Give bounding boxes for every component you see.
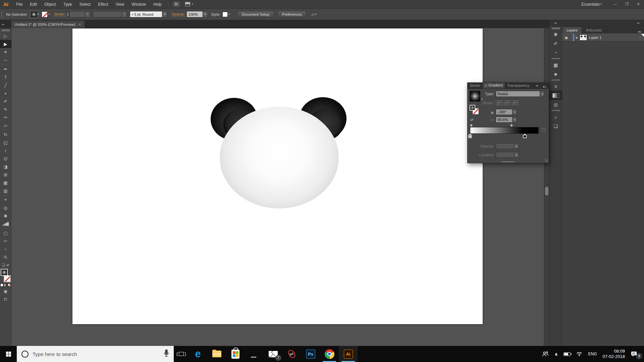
tab-stroke[interactable]: Stroke xyxy=(468,82,482,88)
panda-head[interactable] xyxy=(220,107,339,208)
people-icon[interactable] xyxy=(542,351,549,357)
brush-definition-dropdown[interactable]: • 5 pt. Round ▼ xyxy=(130,11,167,17)
gradient-panel-collapse-icon[interactable]: ▸▸ xyxy=(534,84,540,87)
free-transform-tool[interactable]: ⊡ xyxy=(0,155,11,163)
none-mode-button[interactable] xyxy=(8,284,11,287)
style-caret-icon[interactable]: ▾ xyxy=(228,13,230,16)
dock-expand-icon[interactable]: ◂◂ xyxy=(552,21,558,24)
menu-object[interactable]: Object xyxy=(41,0,60,9)
zoom-tool[interactable]: ⚲ xyxy=(0,253,11,261)
fill-color-swatch[interactable] xyxy=(31,11,37,17)
taskbar-app-my-pc[interactable] xyxy=(245,346,264,362)
selection-tool[interactable]: ▷ xyxy=(0,32,11,40)
restore-button[interactable]: ❐ xyxy=(621,1,633,8)
taskbar-app-store[interactable] xyxy=(226,346,245,362)
gradient-type-caret-icon[interactable]: ▼ xyxy=(540,91,545,97)
arrange-documents-icon[interactable] xyxy=(185,2,190,6)
opacity-panel-link[interactable]: Opacity: xyxy=(171,12,185,16)
graphic-styles-panel-icon[interactable]: ❏ xyxy=(549,121,562,130)
taskbar-app-edge[interactable]: e xyxy=(189,346,207,362)
menu-select[interactable]: Select xyxy=(76,0,94,9)
gradient-mode-button[interactable] xyxy=(4,284,7,287)
visibility-eye-icon[interactable]: ◉ xyxy=(562,36,571,40)
opacity-dropdown[interactable]: 100% ▼ xyxy=(186,11,208,17)
type-tool[interactable]: T xyxy=(0,73,11,81)
menu-edit[interactable]: Edit xyxy=(26,0,41,9)
pencil-tool[interactable]: ✎ xyxy=(0,105,11,113)
line-segment-tool[interactable]: ╱ xyxy=(0,81,11,89)
wifi-icon[interactable] xyxy=(576,352,582,356)
swap-fill-stroke-icon[interactable]: ⇄ xyxy=(6,263,9,267)
taskbar-app-chrome[interactable] xyxy=(320,346,339,362)
shape-builder-tool[interactable]: ◨ xyxy=(0,163,11,171)
menu-view[interactable]: View xyxy=(112,0,128,9)
stroke-color-swatch[interactable] xyxy=(42,11,48,17)
bridge-button[interactable]: Br xyxy=(173,2,180,7)
panel-resize-grip[interactable] xyxy=(545,159,548,162)
battery-icon[interactable] xyxy=(564,352,571,356)
strip-drag-handle[interactable] xyxy=(552,27,560,29)
stroke-panel-icon[interactable]: ≡ xyxy=(549,82,562,91)
gradient-panel-menu-icon[interactable]: ▾≡ xyxy=(540,85,549,88)
gradient-angle-caret-icon[interactable]: ▼ xyxy=(512,109,517,115)
symbol-sprayer-tool[interactable]: ✺ xyxy=(0,212,11,220)
stepper-down-icon[interactable]: ▼ xyxy=(67,14,69,16)
eraser-tool[interactable]: ▱ xyxy=(0,121,11,129)
scale-tool[interactable]: ◱ xyxy=(0,138,11,146)
gradient-midpoint-marker[interactable] xyxy=(470,124,473,127)
menu-type[interactable]: Type xyxy=(60,0,76,9)
gradient-tool[interactable]: ▥ xyxy=(0,187,11,195)
arrange-documents-caret-icon[interactable]: ▾ xyxy=(192,3,193,6)
menu-help[interactable]: Help xyxy=(150,0,165,9)
gradient-midpoint-marker[interactable] xyxy=(510,124,513,127)
eyedropper-tool[interactable]: ⌖ xyxy=(0,196,11,204)
variable-width-caret-icon[interactable]: ▼ xyxy=(122,11,127,17)
control-bar-drag-handle[interactable] xyxy=(1,11,3,18)
stop-opacity-dropdown[interactable]: ▼ xyxy=(496,143,519,149)
direct-selection-tool[interactable]: ▶ xyxy=(0,40,11,48)
menu-window[interactable]: Window xyxy=(128,0,150,9)
color-panel-icon[interactable]: ✾ xyxy=(549,30,562,39)
start-button[interactable] xyxy=(0,346,17,362)
delete-stop-icon[interactable] xyxy=(542,128,545,132)
stroke-weight-stepper[interactable]: ▲ ▼ xyxy=(67,12,69,16)
layer-name[interactable]: Layer 1 xyxy=(589,36,601,40)
stroke-within-button[interactable] xyxy=(496,100,503,105)
document-setup-button[interactable]: Document Setup xyxy=(237,11,274,18)
dock-collapse-icon[interactable]: ▸▸ xyxy=(635,21,641,24)
brush-definition-caret-icon[interactable]: ▼ xyxy=(162,11,167,17)
isolate-selection-icon[interactable]: ▱ xyxy=(311,12,315,17)
swatches-panel-icon[interactable]: ▦ xyxy=(549,60,562,69)
symbols-panel-icon[interactable]: ♣ xyxy=(549,69,562,78)
drawing-modes-button[interactable]: ▣ xyxy=(0,287,11,295)
gradient-panel-icon[interactable] xyxy=(549,91,562,100)
stroke-panel-link[interactable]: Stroke: xyxy=(54,12,65,16)
variable-width-dropdown[interactable]: ▼ xyxy=(93,11,127,17)
stroke-weight-caret-icon[interactable]: ▼ xyxy=(85,11,90,17)
lasso-tool[interactable]: ∽ xyxy=(0,56,11,64)
preferences-button[interactable]: Preferences xyxy=(277,11,307,18)
action-center-button[interactable]: 8 xyxy=(631,351,640,357)
ellipse-tool[interactable]: ● xyxy=(0,89,11,97)
fill-caret-icon[interactable]: ▾ xyxy=(38,13,39,16)
layer-row[interactable]: ◉ ▶ Layer 1 ○ xyxy=(562,34,644,42)
color-mode-button[interactable] xyxy=(0,284,3,287)
stop-location-caret-icon[interactable]: ▼ xyxy=(514,152,519,158)
stroke-weight-dropdown[interactable]: ▼ xyxy=(69,11,90,17)
rotate-tool[interactable]: ↻ xyxy=(0,130,11,138)
tab-layers[interactable]: Layers xyxy=(562,26,582,34)
extra-options-caret-icon[interactable]: ▾ xyxy=(315,13,317,16)
stroke-across-button[interactable] xyxy=(512,100,519,105)
screen-mode-button[interactable]: ⧠ xyxy=(0,295,11,303)
layer-expand-icon[interactable]: ▶ xyxy=(574,36,580,39)
brushes-panel-icon[interactable]: ✐ xyxy=(549,39,562,48)
taskbar-app-file-explorer[interactable] xyxy=(207,346,226,362)
tab-gradient[interactable]: ◇ Gradient xyxy=(482,82,505,88)
taskbar-app-photoshop[interactable]: Ps xyxy=(301,346,320,362)
gradient-fill-proxy[interactable] xyxy=(470,105,475,111)
tab-transparency[interactable]: Transparency xyxy=(505,82,532,88)
appearance-panel-icon[interactable]: ☼ xyxy=(549,112,562,121)
mesh-tool[interactable]: ▦ xyxy=(0,179,11,187)
taskbar-app-mail[interactable]: 7 xyxy=(264,346,282,362)
tab-artboards[interactable]: Artboards xyxy=(582,27,606,34)
